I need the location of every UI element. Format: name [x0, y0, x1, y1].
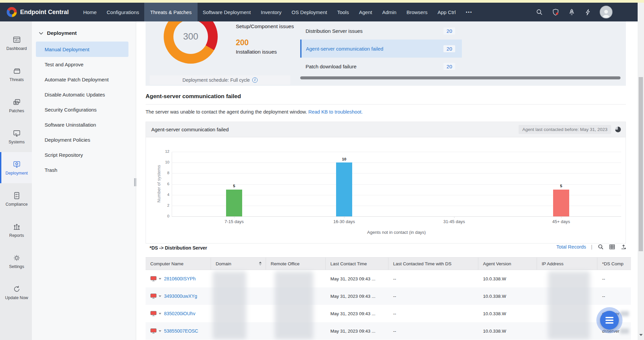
bar-value-45-plus: 5	[553, 184, 569, 188]
menu-item-disable-automatic-updates[interactable]: Disable Automatic Updates	[32, 87, 136, 102]
menu-item-software-uninstallation[interactable]: Software Uninstallation	[32, 117, 136, 132]
nav-item-home[interactable]: Home	[78, 3, 102, 21]
category-31-45-days: 31-45 days	[432, 219, 476, 224]
cell-agent-version: 10.0.338.W	[478, 311, 537, 316]
computer-name-link[interactable]: 8350200iOUhv	[164, 311, 195, 316]
cell-last-contact: May 31, 2023 09:43 ...	[326, 294, 388, 299]
chevron-down-icon	[39, 32, 43, 35]
rail-item-dashboard[interactable]: Dashboard	[0, 27, 32, 59]
brand[interactable]: Endpoint Central	[0, 7, 78, 17]
table-search-icon[interactable]	[597, 244, 604, 250]
bar-7-15-days[interactable]	[226, 190, 242, 216]
rail-item-reports[interactable]: Reports	[0, 214, 32, 246]
col-remote-office[interactable]: Remote Office	[266, 258, 326, 270]
computer-icon	[150, 276, 157, 281]
caret-down-icon[interactable]	[159, 330, 161, 332]
export-icon[interactable]	[620, 244, 627, 250]
x-tick	[561, 217, 561, 218]
floating-menu-button[interactable]	[596, 307, 623, 333]
column-chooser-icon[interactable]	[609, 244, 615, 250]
menu-item-manual-deployment[interactable]: Manual Deployment	[36, 42, 128, 57]
body-row: Dashboard Threats Patches Systems Deploy…	[0, 21, 644, 340]
page-scrollbar[interactable]	[638, 3, 644, 340]
nav-item-admin[interactable]: Admin	[377, 3, 401, 21]
rail-item-update-now[interactable]: Update Now	[0, 277, 32, 308]
nav-item-os-deployment[interactable]: OS Deployment	[286, 3, 332, 21]
nav-item-agent[interactable]: Agent	[354, 3, 377, 21]
read-kb-link[interactable]: Read KB to troubleshoot.	[308, 109, 363, 115]
nav-item-threats-patches[interactable]: Threats & Patches	[144, 3, 198, 21]
security-shield-icon[interactable]	[551, 8, 559, 16]
computer-name-link[interactable]: 3493000uwXYg	[164, 293, 197, 299]
rail-item-compliance[interactable]: Compliance	[0, 183, 32, 214]
menu-item-deployment-policies[interactable]: Deployment Policies	[32, 132, 136, 147]
computer-name-link[interactable]: 53855007EOSC	[164, 328, 198, 334]
bar-45-plus-days[interactable]	[553, 190, 569, 216]
main-content: 300 Setup/Component issues 200 Installat…	[136, 21, 644, 340]
caret-down-icon[interactable]	[159, 278, 161, 280]
menu-item-script-repository[interactable]: Script Repository	[32, 147, 136, 162]
col-last-contacted-with-ds[interactable]: Last Contacted Time with DS	[388, 258, 478, 270]
side-menu-header[interactable]: Deployment	[32, 30, 136, 36]
rail-item-threats[interactable]: Threats	[0, 59, 32, 90]
col-ip-address[interactable]: IP Address	[537, 258, 597, 270]
computer-name-link[interactable]: 2810600ISYPh	[164, 276, 196, 281]
col-domain[interactable]: Domain	[211, 258, 266, 270]
chart-panel-header: Agent-server communication failed Agent …	[146, 122, 626, 137]
reports-icon	[12, 222, 21, 231]
total-records-link[interactable]: Total Records	[556, 244, 586, 250]
rocket-icon[interactable]	[568, 8, 576, 16]
rail-item-settings[interactable]: Settings	[0, 246, 32, 277]
nav-item-app-ctrl[interactable]: App Ctrl	[432, 3, 461, 21]
scrollbar-thumb[interactable]	[639, 77, 643, 251]
issue-item-patch-download-failure[interactable]: Patch download failure 20	[300, 60, 462, 73]
issue-item-distribution-server[interactable]: Distribution Server issues 20	[300, 24, 462, 38]
nav-item-inventory[interactable]: Inventory	[256, 3, 287, 21]
gridline	[172, 162, 621, 163]
chart-panel-title: Agent-server communication failed	[151, 127, 229, 132]
nav-item-software-deployment[interactable]: Software Deployment	[198, 3, 256, 21]
deployment-side-menu: Deployment Manual Deployment Test and Ap…	[32, 21, 136, 340]
col-agent-version[interactable]: Agent Version	[478, 258, 537, 270]
top-nav: Endpoint Central Home Configurations Thr…	[0, 3, 644, 21]
col-last-contact-time[interactable]: Last Contact Time	[326, 258, 388, 270]
issue-item-agent-server-communication[interactable]: Agent-server communication failed 20	[300, 40, 462, 58]
horizontal-scrollbar[interactable]	[300, 76, 621, 79]
deployment-summary-card: 300 Setup/Component issues 200 Installat…	[146, 21, 626, 86]
caret-down-icon[interactable]	[159, 295, 161, 297]
menu-item-security-configurations[interactable]: Security Configurations	[32, 102, 136, 117]
col-computer-name[interactable]: Computer Name	[146, 258, 211, 270]
scrollbar-down-arrow[interactable]	[639, 334, 643, 336]
col-ds-comp[interactable]: *DS Comp	[597, 258, 631, 270]
refresh-icon	[12, 285, 21, 293]
cell-agent-version: 10.0.338.W	[478, 276, 537, 281]
menu-item-automate-patch-deployment[interactable]: Automate Patch Deployment	[32, 72, 136, 87]
nav-item-browsers[interactable]: Browsers	[401, 3, 433, 21]
rail-item-systems[interactable]: Systems	[0, 121, 32, 152]
nav-item-configurations[interactable]: Configurations	[102, 3, 144, 21]
y-tick: 2	[159, 203, 169, 207]
redacted-domain-column	[213, 271, 246, 339]
nav-more-icon[interactable]: •••	[461, 3, 478, 21]
top-strip	[0, 0, 644, 3]
rail-item-patches[interactable]: Patches	[0, 90, 32, 121]
menu-item-trash[interactable]: Trash	[32, 162, 136, 178]
search-icon[interactable]	[535, 8, 543, 16]
apps-grid-icon[interactable]	[621, 8, 629, 16]
info-icon[interactable]	[252, 77, 258, 83]
bar-16-30-days[interactable]	[336, 162, 352, 216]
menu-item-test-and-approve[interactable]: Test and Approve	[32, 57, 136, 72]
section-description: The server was unable to contact the age…	[146, 109, 363, 115]
sort-icons[interactable]	[259, 262, 262, 266]
cell-last-contact: May 31, 2023 09:43 ...	[326, 311, 388, 316]
setup-component-issues-label: Setup/Component issues	[236, 23, 294, 30]
issue-count-badge: 20	[443, 45, 455, 52]
nav-item-tools[interactable]: Tools	[332, 3, 354, 21]
pie-chart-toggle-icon[interactable]	[615, 127, 621, 132]
rail-item-deployment[interactable]: Deployment	[0, 152, 32, 183]
user-avatar[interactable]	[600, 6, 612, 18]
category-16-30-days: 16-30 days	[322, 219, 366, 224]
bar-value-7-15: 5	[226, 184, 242, 188]
caret-down-icon[interactable]	[159, 313, 161, 315]
lightning-icon[interactable]	[584, 8, 592, 16]
